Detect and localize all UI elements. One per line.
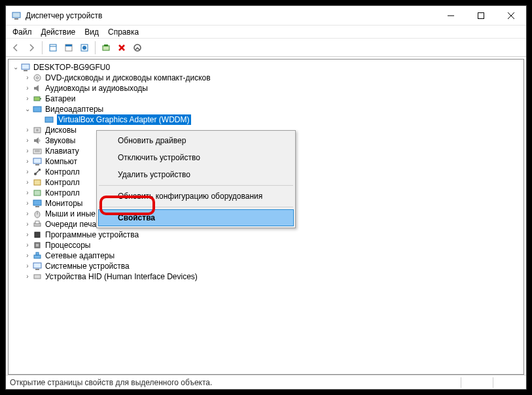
tree-label: VirtualBox Graphics Adapter (WDDM)	[57, 114, 191, 125]
expand-icon[interactable]: ›	[23, 178, 32, 187]
maximize-button[interactable]	[466, 6, 496, 26]
properties-toolbar-button[interactable]	[62, 41, 76, 55]
expand-icon[interactable]: ›	[23, 220, 32, 229]
menu-help[interactable]: Справка	[104, 26, 143, 38]
tree-label: Компьют	[45, 156, 77, 167]
ctx-properties-label: Свойства	[118, 213, 155, 222]
tree-item-dvd[interactable]: ›DVD-дисководы и дисководы компакт-диско…	[23, 73, 523, 83]
svg-rect-6	[50, 44, 56, 51]
expand-icon[interactable]: ›	[23, 84, 32, 93]
tree-item-hid[interactable]: ›Устройства HID (Human Interface Devices…	[23, 271, 523, 282]
tree-label: Сетевые адаптеры	[45, 250, 115, 261]
expand-icon[interactable]: ›	[23, 241, 32, 250]
speaker-icon	[32, 83, 43, 94]
tree-label: Видеоадаптеры	[45, 104, 103, 114]
tree-item-video[interactable]: ⌄Видеоадаптеры	[23, 104, 523, 114]
help-toolbar-button[interactable]	[77, 41, 92, 55]
menu-view[interactable]: Вид	[80, 26, 103, 38]
expand-icon[interactable]: ›	[23, 94, 32, 103]
titlebar: Диспетчер устройств	[6, 6, 526, 26]
ctx-separator	[99, 185, 293, 186]
expand-icon[interactable]: ›	[23, 251, 32, 260]
scan-hardware-button[interactable]	[99, 41, 113, 55]
window-title: Диспетчер устройств	[26, 11, 436, 20]
svg-rect-33	[39, 169, 41, 171]
hid-icon	[32, 271, 43, 282]
tree-item-battery[interactable]: ›Батареи	[23, 94, 523, 104]
svg-rect-23	[33, 107, 41, 112]
status-divider	[461, 377, 461, 388]
svg-rect-24	[45, 117, 53, 122]
svg-rect-12	[103, 46, 109, 50]
tree-label: Очереди печати	[45, 219, 104, 230]
svg-rect-34	[34, 180, 41, 185]
disable-toolbar-button[interactable]	[130, 41, 145, 55]
back-button[interactable]	[9, 41, 23, 55]
uninstall-toolbar-button[interactable]	[115, 41, 129, 55]
tree-item-audio[interactable]: ›Аудиовходы и аудиовыходы	[23, 83, 523, 94]
close-button[interactable]	[496, 6, 526, 26]
tree-root[interactable]: ⌄ DESKTOP-BG9GFU0	[11, 62, 523, 73]
svg-rect-1	[14, 18, 18, 20]
tree-label: Контролл	[45, 188, 80, 198]
keyboard-icon	[32, 146, 43, 156]
tree-label: DVD-дисководы и дисководы компакт-дисков	[45, 73, 211, 83]
statusbar: Открытие страницы свойств для выделенног…	[6, 375, 526, 389]
minimize-button[interactable]	[436, 6, 466, 26]
menu-file[interactable]: Файл	[9, 26, 36, 38]
context-menu: Обновить драйвер Отключить устройство Уд…	[96, 130, 296, 228]
device-tree-panel: ⌄ DESKTOP-BG9GFU0 ›DVD-дисководы и диско…	[8, 59, 524, 375]
tree-item-sys[interactable]: ›Системные устройства	[23, 261, 523, 271]
device-manager-window: Диспетчер устройств Файл Действие Вид Сп…	[5, 5, 527, 390]
svg-rect-0	[12, 12, 20, 18]
svg-rect-46	[36, 252, 39, 255]
expand-icon[interactable]: ›	[23, 157, 32, 166]
expand-icon[interactable]: ›	[23, 272, 32, 281]
expand-icon[interactable]: ›	[23, 230, 32, 239]
expand-icon[interactable]: ›	[23, 262, 32, 271]
forward-button[interactable]	[24, 41, 39, 55]
menu-action[interactable]: Действие	[37, 26, 80, 38]
tree-label: Процессоры	[45, 240, 91, 250]
expand-icon[interactable]: ›	[23, 73, 32, 82]
svg-point-11	[82, 46, 86, 50]
disc-icon	[32, 73, 43, 83]
tree-item-cpu[interactable]: ›Процессоры	[23, 240, 523, 250]
svg-rect-48	[35, 269, 39, 270]
tree-label: DESKTOP-BG9GFU0	[33, 62, 110, 73]
svg-rect-35	[34, 190, 41, 196]
ctx-update-driver[interactable]: Обновить драйвер	[98, 132, 294, 149]
collapse-icon[interactable]: ⌄	[23, 105, 32, 114]
expand-icon[interactable]: ›	[23, 136, 32, 145]
ctx-properties[interactable]: Свойства	[98, 209, 294, 226]
ctx-scan-hardware[interactable]: Обновить конфигурацию оборудования	[98, 188, 294, 205]
expand-icon[interactable]: ›	[23, 188, 32, 198]
svg-rect-21	[34, 97, 40, 101]
toolbar	[6, 39, 526, 57]
tree-item-video-child[interactable]: VirtualBox Graphics Adapter (WDDM)	[35, 114, 523, 125]
expand-icon[interactable]: ›	[23, 146, 32, 156]
tree-label: Системные устройства	[45, 261, 130, 271]
usb-icon	[32, 167, 43, 177]
tree-label: Контролл	[45, 167, 80, 177]
expand-icon[interactable]: ›	[23, 209, 32, 218]
tree-label: Программные устройства	[45, 230, 139, 240]
ctx-disable-device[interactable]: Отключить устройство	[98, 149, 294, 166]
svg-rect-3	[478, 12, 484, 18]
ctx-separator	[99, 207, 293, 207]
show-hidden-button[interactable]	[46, 41, 60, 55]
svg-point-26	[36, 129, 39, 131]
expand-icon[interactable]: ›	[23, 167, 32, 177]
tree-item-net[interactable]: ›Сетевые адаптеры	[23, 250, 523, 261]
tree-label: Клавиату	[45, 146, 79, 156]
ctx-uninstall-device[interactable]: Удалить устройство	[98, 166, 294, 183]
computer-icon	[20, 62, 31, 73]
expand-icon[interactable]: ⌄	[11, 63, 20, 72]
svg-rect-31	[35, 164, 39, 165]
expand-icon[interactable]: ›	[23, 199, 32, 208]
tree-label: Батареи	[45, 94, 75, 104]
expand-icon[interactable]: ›	[23, 126, 32, 135]
toolbar-separator	[95, 41, 96, 54]
battery-icon	[32, 94, 43, 104]
tree-item-soft[interactable]: ›Программные устройства	[23, 230, 523, 240]
